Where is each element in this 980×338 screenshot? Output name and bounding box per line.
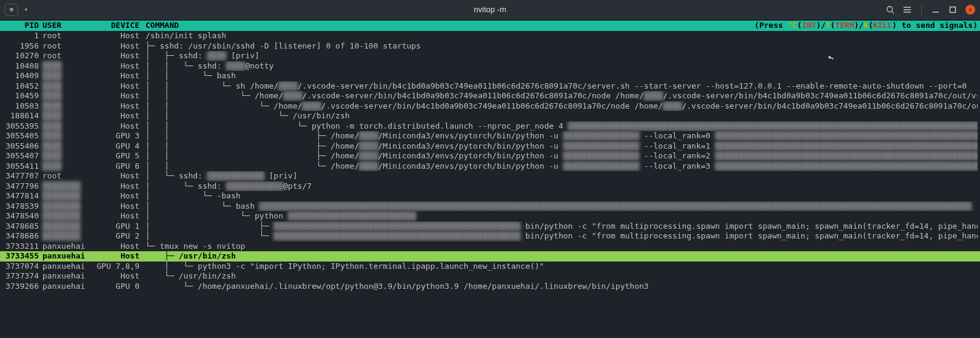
process-table-header: PIDUSERDEVICECOMMAND (Press ^C(INT)/T(TE… bbox=[0, 21, 980, 31]
pid-cell: 3478540 bbox=[0, 211, 39, 221]
pid-cell: 3733211 bbox=[0, 242, 39, 252]
user-cell: ████ bbox=[39, 71, 90, 81]
device-cell: Host bbox=[90, 171, 139, 181]
command-cell: ├─ sshd: /usr/sbin/sshd -D [listener] 0 … bbox=[139, 41, 978, 52]
user-cell: ████ bbox=[39, 131, 90, 141]
table-row[interactable]: 3055411████GPU 6│ │ └─ /home/████/Minico… bbox=[0, 161, 980, 172]
search-icon[interactable] bbox=[886, 5, 894, 14]
minimize-button[interactable] bbox=[931, 5, 940, 14]
command-cell: │ │ ├─ /home/████/Miniconda3/envs/pytorc… bbox=[139, 141, 978, 152]
pid-cell: 3477707 bbox=[0, 171, 39, 181]
table-row[interactable]: 3055407████GPU 5│ │ ├─ /home/████/Minico… bbox=[0, 151, 980, 161]
device-cell: Host bbox=[90, 251, 139, 262]
user-cell: ████████ bbox=[39, 191, 90, 201]
table-row[interactable]: 3478539████████Host│ └─ bash ███████████… bbox=[0, 201, 980, 212]
new-tab-button[interactable]: ⊕ bbox=[5, 4, 18, 16]
user-cell: ████████ bbox=[39, 201, 90, 212]
table-row[interactable]: 3477707rootHost│ └─ sshd: ████████████ [… bbox=[0, 171, 980, 181]
close-button[interactable]: ✕ bbox=[965, 5, 975, 15]
table-row[interactable]: 3737074panxuehaiGPU 7,8,9 │ └─ python3 -… bbox=[0, 262, 980, 272]
user-cell: ████ bbox=[39, 161, 90, 172]
user-cell: root bbox=[39, 171, 90, 181]
command-cell: │ └─ sshd: ████████████@pts/7 bbox=[139, 181, 978, 192]
pid-cell: 3737074 bbox=[0, 262, 39, 272]
table-row[interactable]: 3733455panxuehaiHost ├─ /usr/bin/zsh bbox=[0, 251, 980, 262]
table-row[interactable]: 1rootHost/sbin/init splash bbox=[0, 31, 980, 41]
table-row[interactable]: 10459████Host│ │ └─ /home/████/.vscode-s… bbox=[0, 91, 980, 101]
user-cell: ████ bbox=[39, 141, 90, 152]
svg-line-1 bbox=[892, 12, 894, 14]
table-row[interactable]: 10503████Host│ │ └─ /home/████/.vscode-s… bbox=[0, 101, 980, 112]
table-row[interactable]: 10408████Host│ │ └─ sshd: ████@notty bbox=[0, 61, 980, 72]
table-row[interactable]: 1956rootHost├─ sshd: /usr/sbin/sshd -D [… bbox=[0, 41, 980, 52]
pid-cell: 3739266 bbox=[0, 282, 39, 292]
device-cell: Host bbox=[90, 81, 139, 92]
user-cell: ████████ bbox=[39, 221, 90, 232]
titlebar: ⊕ ▾ nvitop -m ✕ bbox=[0, 0, 980, 19]
table-row[interactable]: 10270rootHost│ ├─ sshd: ████ [priv] bbox=[0, 51, 980, 61]
command-cell: └─ /usr/bin/zsh bbox=[139, 271, 978, 282]
table-row[interactable]: 3055395████Host│ │ └─ python -m torch.di… bbox=[0, 121, 980, 132]
device-cell: GPU 6 bbox=[90, 161, 139, 172]
table-row[interactable]: 3478686████████GPU 2│ └─ ███████████████… bbox=[0, 231, 980, 242]
device-cell: Host bbox=[90, 201, 139, 212]
user-cell: ████████ bbox=[39, 211, 90, 221]
pid-cell: 3733455 bbox=[0, 251, 39, 262]
command-cell: │ │ ├─ /home/████/Miniconda3/envs/pytorc… bbox=[139, 131, 978, 141]
user-cell: panxuehai bbox=[39, 262, 90, 272]
user-cell: panxuehai bbox=[39, 251, 90, 262]
pid-cell: 188614 bbox=[0, 111, 39, 121]
table-row[interactable]: 3477814████████Host│ └─ -bash bbox=[0, 191, 980, 201]
device-cell: Host bbox=[90, 91, 139, 101]
device-cell: Host bbox=[90, 191, 139, 201]
table-row[interactable]: 188614████Host│ │ └─ /usr/bin/zsh bbox=[0, 111, 980, 121]
user-cell: panxuehai bbox=[39, 282, 90, 292]
terminal-output[interactable]: PIDUSERDEVICECOMMAND (Press ^C(INT)/T(TE… bbox=[0, 19, 980, 291]
command-cell: │ │ └─ bash bbox=[139, 71, 978, 81]
command-cell: │ │ └─ sshd: ████@notty bbox=[139, 61, 978, 72]
pid-cell: 10452 bbox=[0, 81, 39, 92]
device-cell: GPU 0 bbox=[90, 282, 139, 292]
command-cell: │ └─ bash ██████████████████████████████… bbox=[139, 201, 978, 212]
device-cell: GPU 2 bbox=[90, 231, 139, 242]
col-command: COMMAND bbox=[139, 21, 179, 30]
device-cell: GPU 7,8,9 bbox=[90, 262, 139, 272]
table-row[interactable]: 3478540████████Host│ └─ python █████████… bbox=[0, 211, 980, 221]
user-cell: root bbox=[39, 41, 90, 52]
user-cell: ████ bbox=[39, 121, 90, 132]
table-row[interactable]: 3477796████████Host│ └─ sshd: ██████████… bbox=[0, 181, 980, 192]
process-table-body: 1rootHost/sbin/init splash1956rootHost├─… bbox=[0, 31, 980, 291]
table-row[interactable]: 10452████Host│ │ └─ sh /home/████/.vscod… bbox=[0, 81, 980, 92]
pid-cell: 3737374 bbox=[0, 271, 39, 282]
command-cell: │ └─ python3 -c "import IPython; IPython… bbox=[139, 262, 978, 272]
pid-cell: 3055405 bbox=[0, 131, 39, 141]
user-cell: ████ bbox=[39, 101, 90, 112]
device-cell: Host bbox=[90, 41, 139, 52]
command-cell: │ │ └─ /usr/bin/zsh bbox=[139, 111, 978, 121]
user-cell: ████████ bbox=[39, 181, 90, 192]
command-cell: └─ tmux new -s nvitop bbox=[139, 242, 978, 252]
command-cell: └─ /home/panxuehai/.linuxbrew/opt/python… bbox=[139, 282, 978, 292]
table-row[interactable]: 3733211panxuehaiHost└─ tmux new -s nvito… bbox=[0, 242, 980, 252]
table-row[interactable]: 3055405████GPU 3│ │ ├─ /home/████/Minico… bbox=[0, 131, 980, 141]
tab-menu-dropdown[interactable]: ▾ bbox=[22, 5, 30, 15]
table-row[interactable]: 3055406████GPU 4│ │ ├─ /home/████/Minico… bbox=[0, 141, 980, 152]
table-row[interactable]: 3739266panxuehaiGPU 0 └─ /home/panxuehai… bbox=[0, 282, 980, 292]
device-cell: Host bbox=[90, 101, 139, 112]
user-cell: ████ bbox=[39, 151, 90, 161]
table-row[interactable]: 3478685████████GPU 1│ ├─ ███████████████… bbox=[0, 221, 980, 232]
table-row[interactable]: 10409████Host│ │ └─ bash bbox=[0, 71, 980, 81]
device-cell: Host bbox=[90, 121, 139, 132]
pid-cell: 10408 bbox=[0, 61, 39, 72]
table-row[interactable]: 3737374panxuehaiHost └─ /usr/bin/zsh bbox=[0, 271, 980, 282]
maximize-button[interactable] bbox=[948, 5, 957, 14]
user-cell: panxuehai bbox=[39, 242, 90, 252]
command-cell: │ └─ ███████████████████████████████████… bbox=[139, 231, 978, 242]
user-cell: root bbox=[39, 31, 90, 41]
pid-cell: 10409 bbox=[0, 71, 39, 81]
command-cell: │ │ └─ /home/████/.vscode-server/bin/b4c… bbox=[139, 101, 978, 112]
pid-cell: 3477814 bbox=[0, 191, 39, 201]
hamburger-menu-icon[interactable] bbox=[903, 5, 911, 14]
command-cell: │ ├─ ███████████████████████████████████… bbox=[139, 221, 978, 232]
device-cell: Host bbox=[90, 31, 139, 41]
